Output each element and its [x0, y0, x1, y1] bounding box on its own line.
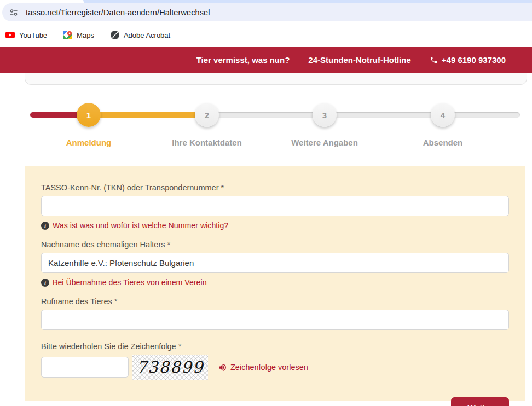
bookmark-label: Adobe Acrobat: [124, 31, 170, 39]
banner-question[interactable]: Tier vermisst, was nun?: [196, 55, 290, 65]
url-text[interactable]: tasso.net/Tierregister/Daten-aendern/Hal…: [26, 8, 210, 17]
info-icon: i: [41, 279, 49, 287]
banner-hotline-label: 24-Stunden-Notruf-Hotline: [308, 55, 410, 65]
address-bar[interactable]: tasso.net/Tierregister/Daten-aendern/Hal…: [2, 3, 532, 21]
bookmark-label: Maps: [77, 31, 94, 39]
button-row: Weiter: [41, 397, 509, 406]
collapsed-card: [25, 73, 527, 85]
weiter-button[interactable]: Weiter: [451, 397, 509, 406]
stepper-segment-active: [85, 112, 209, 118]
bookmarks-bar: YouTube Maps Adobe Acrobat: [0, 23, 532, 47]
step-circle-3[interactable]: 3: [313, 103, 337, 127]
captcha-input[interactable]: [41, 357, 129, 378]
page-content: 1 2 3 4 Anmeldung Ihre Kontaktdaten Weit…: [0, 73, 532, 406]
step-circle-1[interactable]: 1: [77, 103, 101, 127]
tkn-hint-link[interactable]: i Was ist was und wofür ist welche Numme…: [41, 221, 509, 230]
step-label-absenden: Absenden: [423, 138, 463, 147]
progress-stepper: 1 2 3 4 Anmeldung Ihre Kontaktdaten Weit…: [30, 103, 520, 158]
browser-toolbar: tasso.net/Tierregister/Daten-aendern/Hal…: [0, 0, 532, 23]
bookmark-maps[interactable]: Maps: [63, 31, 94, 39]
info-icon: i: [41, 222, 49, 230]
bookmark-adobe-acrobat[interactable]: Adobe Acrobat: [111, 31, 170, 39]
bookmark-label: YouTube: [19, 31, 47, 39]
tkn-hint-text: Was ist was und wofür ist welche Nummer …: [53, 221, 228, 230]
youtube-icon: [5, 32, 15, 38]
captcha-row: 738899 Zeichenfolge vorlesen: [41, 355, 509, 380]
acrobat-icon: [111, 31, 119, 39]
step-label-kontaktdaten: Ihre Kontaktdaten: [172, 138, 242, 147]
nachname-hint-text: Bei Übernahme des Tieres von einem Verei…: [53, 278, 207, 287]
speaker-icon: [218, 363, 227, 372]
tkn-label: TASSO-Kenn-Nr. (TKN) oder Transpondernum…: [41, 183, 509, 192]
hotline-banner: Tier vermisst, was nun? 24-Stunden-Notru…: [0, 47, 532, 73]
nachname-hint-link[interactable]: i Bei Übernahme des Tieres von einem Ver…: [41, 278, 509, 287]
nachname-label: Nachname des ehemaligen Halters *: [41, 240, 509, 249]
captcha-image: 738899: [132, 355, 208, 380]
captcha-audio-text: Zeichenfolge vorlesen: [230, 363, 308, 372]
captcha-label: Bitte wiederholen Sie die Zeichenfolge *: [41, 342, 509, 351]
step-label-anmeldung: Anmeldung: [66, 138, 112, 147]
site-settings-icon[interactable]: [9, 8, 19, 18]
step-label-weitere-angaben: Weitere Angaben: [291, 138, 358, 147]
nachname-input[interactable]: [41, 253, 509, 273]
tkn-input[interactable]: [41, 196, 509, 216]
bookmark-youtube[interactable]: YouTube: [5, 31, 47, 39]
phone-icon: [430, 56, 438, 64]
banner-phone-number: +49 6190 937300: [442, 55, 506, 65]
form-panel: TASSO-Kenn-Nr. (TKN) oder Transpondernum…: [25, 166, 525, 401]
banner-phone-group[interactable]: +49 6190 937300: [430, 55, 506, 65]
captcha-code: 738899: [137, 358, 204, 376]
maps-icon: [63, 31, 72, 39]
step-circle-2[interactable]: 2: [195, 103, 219, 127]
rufname-input[interactable]: [41, 310, 509, 330]
step-circle-4[interactable]: 4: [431, 103, 455, 127]
rufname-label: Rufname des Tieres *: [41, 297, 509, 306]
captcha-audio-link[interactable]: Zeichenfolge vorlesen: [218, 363, 308, 372]
